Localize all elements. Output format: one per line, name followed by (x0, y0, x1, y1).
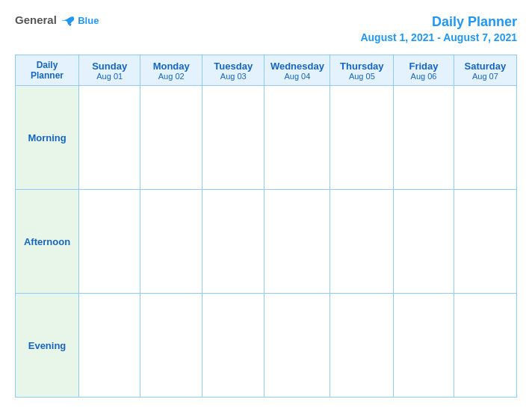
planner-date-range: August 1, 2021 - August 7, 2021 (360, 31, 517, 43)
col-dayname-wednesday: Wednesday (267, 61, 327, 72)
afternoon-friday-cell[interactable] (394, 190, 454, 294)
morning-saturday-cell[interactable] (454, 86, 516, 190)
evening-wednesday-cell[interactable] (265, 294, 330, 398)
col-header-saturday: Saturday Aug 07 (454, 55, 516, 86)
calendar-header-row: DailyPlanner Sunday Aug 01 Monday Aug 02… (16, 55, 517, 86)
title-area: Daily Planner August 1, 2021 - August 7,… (360, 13, 517, 44)
evening-tuesday-cell[interactable] (202, 294, 265, 398)
col-date-thursday: Aug 05 (333, 72, 390, 81)
col-date-monday: Aug 02 (143, 72, 199, 81)
afternoon-sunday-cell[interactable] (79, 190, 140, 294)
morning-row: Morning (16, 86, 517, 190)
morning-wednesday-cell[interactable] (265, 86, 330, 190)
col-header-thursday: Thursday Aug 05 (330, 55, 394, 86)
afternoon-saturday-cell[interactable] (454, 190, 516, 294)
evening-thursday-cell[interactable] (330, 294, 394, 398)
afternoon-label: Afternoon (16, 190, 79, 294)
col-dayname-friday: Friday (397, 61, 450, 72)
evening-saturday-cell[interactable] (454, 294, 516, 398)
logo: General Blue (15, 13, 99, 27)
col-header-daily-planner: DailyPlanner (16, 55, 79, 86)
morning-sunday-cell[interactable] (79, 86, 140, 190)
logo-general-text: General (15, 13, 78, 26)
morning-thursday-cell[interactable] (330, 86, 394, 190)
col-date-sunday: Aug 01 (82, 72, 137, 81)
col-date-tuesday: Aug 03 (205, 72, 261, 81)
logo-area: General Blue (15, 13, 99, 27)
evening-label: Evening (16, 294, 79, 398)
afternoon-wednesday-cell[interactable] (265, 190, 330, 294)
evening-monday-cell[interactable] (140, 294, 202, 398)
col-header-sunday: Sunday Aug 01 (79, 55, 140, 86)
evening-friday-cell[interactable] (394, 294, 454, 398)
afternoon-monday-cell[interactable] (140, 190, 202, 294)
evening-row: Evening (16, 294, 517, 398)
col-dayname-thursday: Thursday (333, 61, 390, 72)
col-label-daily-planner: DailyPlanner (19, 60, 75, 81)
col-dayname-monday: Monday (143, 61, 199, 72)
logo-bird-icon (61, 16, 75, 26)
col-dayname-saturday: Saturday (457, 61, 513, 72)
col-header-wednesday: Wednesday Aug 04 (265, 55, 330, 86)
col-header-friday: Friday Aug 06 (394, 55, 454, 86)
afternoon-thursday-cell[interactable] (330, 190, 394, 294)
afternoon-row: Afternoon (16, 190, 517, 294)
calendar-table: DailyPlanner Sunday Aug 01 Monday Aug 02… (15, 55, 517, 398)
evening-sunday-cell[interactable] (79, 294, 140, 398)
afternoon-tuesday-cell[interactable] (202, 190, 265, 294)
col-dayname-sunday: Sunday (82, 61, 137, 72)
logo-blue-text: Blue (78, 15, 99, 26)
col-dayname-tuesday: Tuesday (205, 61, 261, 72)
col-header-tuesday: Tuesday Aug 03 (202, 55, 265, 86)
morning-monday-cell[interactable] (140, 86, 202, 190)
col-date-wednesday: Aug 04 (267, 72, 327, 81)
morning-friday-cell[interactable] (394, 86, 454, 190)
morning-tuesday-cell[interactable] (202, 86, 265, 190)
col-header-monday: Monday Aug 02 (140, 55, 202, 86)
col-date-friday: Aug 06 (397, 72, 450, 81)
planner-title: Daily Planner (432, 14, 517, 29)
morning-label: Morning (16, 86, 79, 190)
page-header: General Blue Daily Planner August 1, 202… (15, 13, 517, 44)
col-date-saturday: Aug 07 (457, 72, 513, 81)
